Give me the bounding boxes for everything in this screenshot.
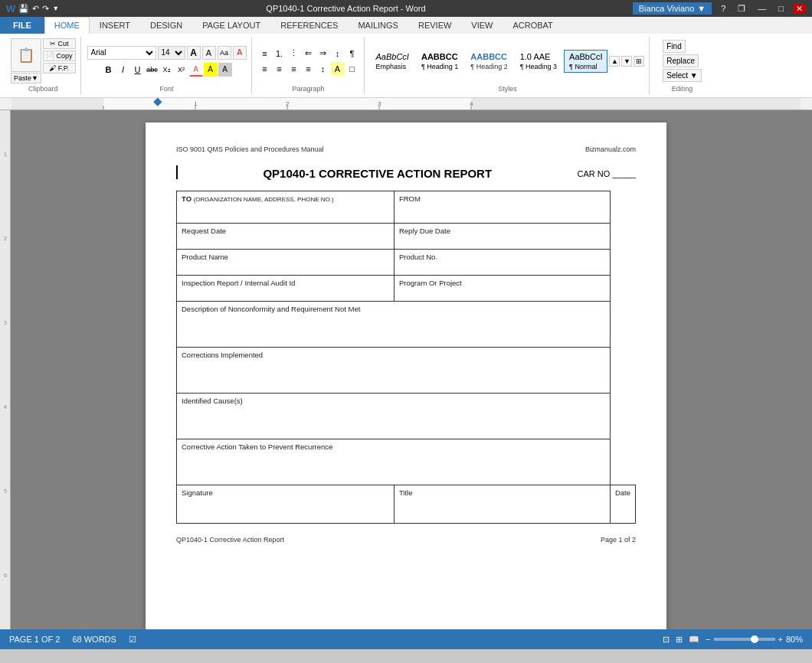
product-no-cell[interactable]: Product No.	[394, 250, 610, 276]
proofing-icon[interactable]: ☑	[129, 635, 136, 645]
zoom-level: 80%	[786, 635, 803, 644]
footer-left: QP1040-1 Corrective Action Report	[176, 536, 284, 544]
help-icon[interactable]: ?	[718, 4, 729, 13]
align-left-button[interactable]: ≡	[258, 62, 272, 76]
styles-scroll-down[interactable]: ▼	[621, 56, 632, 67]
identified-causes-cell[interactable]: Identified Cause(s)	[177, 394, 611, 439]
tab-review[interactable]: REVIEW	[408, 17, 461, 34]
font-color-button[interactable]: A	[189, 63, 203, 77]
quick-access-save[interactable]: 💾	[18, 4, 29, 14]
quick-access-more[interactable]: ▼	[52, 5, 59, 12]
grow-font-button[interactable]: A	[187, 46, 201, 60]
inspection-report-cell[interactable]: Inspection Report / Internal Audit Id	[177, 276, 395, 302]
page-header: ISO 9001 QMS Policies and Procedures Man…	[176, 145, 636, 153]
style-emphasis[interactable]: AaBbCcIEmphasis	[371, 50, 414, 73]
tab-references[interactable]: REFERENCES	[270, 17, 348, 34]
corrective-action-cell[interactable]: Corrective Action Taken to Prevent Recur…	[177, 439, 611, 485]
show-marks-button[interactable]: ¶	[345, 47, 359, 60]
style-heading2[interactable]: AABBCC¶ Heading 2	[465, 50, 512, 73]
sort-button[interactable]: ↕	[331, 47, 345, 60]
signature-cell[interactable]: Signature	[177, 485, 395, 524]
styles-group: AaBbCcIEmphasis AABBCC¶ Heading 1 AABBCC…	[366, 37, 650, 94]
style-heading1[interactable]: AABBCC¶ Heading 1	[416, 50, 463, 73]
zoom-out-button[interactable]: −	[706, 635, 710, 644]
view-print-icon[interactable]: ⊡	[663, 635, 670, 645]
from-cell[interactable]: FROM	[394, 191, 610, 224]
corrections-label: Corrections Implemented	[182, 351, 263, 359]
reply-due-date-cell[interactable]: Reply Due Date	[394, 224, 610, 250]
style-normal[interactable]: AaBbCcI¶ Normal	[564, 50, 607, 73]
tab-design[interactable]: DESIGN	[140, 17, 192, 34]
decrease-indent-button[interactable]: ⇐	[302, 47, 316, 60]
italic-button[interactable]: I	[116, 63, 130, 77]
user-area[interactable]: Bianca Viviano ▼	[633, 2, 712, 15]
zoom-slider[interactable]	[714, 638, 775, 641]
shrink-font-button[interactable]: A	[202, 46, 216, 60]
tab-insert[interactable]: INSERT	[90, 17, 140, 34]
cut-button[interactable]: ✂ Cut	[43, 38, 76, 49]
justify-button[interactable]: ≡	[302, 62, 316, 76]
program-or-project-cell[interactable]: Program Or Project	[394, 276, 610, 302]
bold-button[interactable]: B	[102, 63, 116, 77]
status-left: PAGE 1 OF 2 68 WORDS ☑	[9, 635, 136, 645]
increase-indent-button[interactable]: ⇒	[316, 47, 330, 60]
date-cell[interactable]: Date	[610, 485, 635, 524]
tab-view[interactable]: VIEW	[461, 17, 503, 34]
close-button[interactable]: ✕	[793, 4, 806, 14]
styles-expand[interactable]: ⊞	[634, 56, 644, 67]
char-shading-button[interactable]: A	[218, 63, 232, 77]
change-case-button[interactable]: Aa	[218, 46, 231, 60]
find-button[interactable]: Find	[663, 40, 685, 53]
description-label: Description of Nonconformity and Require…	[182, 305, 360, 313]
underline-button[interactable]: U	[131, 63, 145, 77]
numbered-list-button[interactable]: 1.	[273, 47, 286, 60]
replace-button[interactable]: Replace	[663, 54, 699, 67]
strikethrough-button[interactable]: abc	[146, 63, 159, 77]
select-button[interactable]: Select ▼	[663, 69, 701, 82]
bullets-button[interactable]: ≡	[258, 47, 272, 60]
title-cell[interactable]: Title	[394, 485, 610, 524]
subscript-button[interactable]: X₂	[160, 63, 174, 77]
highlight-button[interactable]: A	[204, 63, 218, 77]
borders-button[interactable]: □	[345, 62, 359, 76]
line-spacing-button[interactable]: ↕	[316, 62, 330, 76]
restore-icon[interactable]: ❐	[735, 4, 748, 14]
tab-mailings[interactable]: MAILINGS	[348, 17, 408, 34]
paste-button[interactable]: 📋	[11, 38, 41, 72]
align-right-button[interactable]: ≡	[287, 62, 301, 76]
zoom-in-button[interactable]: +	[778, 635, 783, 644]
view-read-icon[interactable]: 📖	[689, 635, 699, 645]
copy-button[interactable]: 📄 Copy	[43, 51, 76, 61]
product-name-cell[interactable]: Product Name	[177, 250, 395, 276]
zoom-thumb[interactable]	[751, 635, 758, 643]
car-no: CAR NO _____	[578, 169, 636, 178]
paste-dropdown[interactable]: Paste▼	[11, 73, 41, 83]
font-family-select[interactable]: Arial	[87, 46, 156, 60]
description-cell[interactable]: Description of Nonconformity and Require…	[177, 302, 611, 348]
tab-acrobat[interactable]: ACROBAT	[503, 17, 562, 34]
minimize-button[interactable]: —	[755, 4, 769, 13]
horizontal-ruler: 1 2 3 4	[0, 98, 812, 110]
tab-page-layout[interactable]: PAGE LAYOUT	[192, 17, 270, 34]
clear-format-button[interactable]: A	[233, 46, 247, 60]
style-heading3[interactable]: 1.0 AAE¶ Heading 3	[515, 50, 562, 73]
quick-access-redo[interactable]: ↷	[42, 4, 49, 14]
shading-button[interactable]: A	[331, 62, 345, 76]
align-center-button[interactable]: ≡	[273, 62, 286, 76]
tab-home[interactable]: HOME	[44, 17, 90, 34]
tab-file[interactable]: FILE	[0, 17, 44, 34]
font-size-select[interactable]: 14	[158, 46, 185, 60]
multi-list-button[interactable]: ⋮	[287, 47, 301, 60]
v-ruler-svg: 1 2 3 4 5 6 7	[0, 110, 11, 629]
to-cell[interactable]: TO (ORGANIZATION NAME, ADDRESS, PHONE NO…	[177, 191, 395, 224]
request-date-cell[interactable]: Request Date	[177, 224, 395, 250]
corrections-cell[interactable]: Corrections Implemented	[177, 348, 611, 394]
styles-scroll-up[interactable]: ▲	[609, 56, 620, 67]
format-painter-button[interactable]: 🖌 F.P.	[43, 63, 76, 73]
quick-access-undo[interactable]: ↶	[32, 4, 39, 14]
ribbon-tabs: FILE HOME INSERT DESIGN PAGE LAYOUT REFE…	[0, 17, 812, 34]
view-web-icon[interactable]: ⊞	[676, 635, 683, 645]
superscript-button[interactable]: X²	[175, 63, 188, 77]
para-controls: ≡ 1. ⋮ ⇐ ⇒ ↕ ¶ ≡ ≡ ≡ ≡ ↕ A □	[258, 38, 359, 83]
maximize-button[interactable]: □	[775, 4, 787, 13]
